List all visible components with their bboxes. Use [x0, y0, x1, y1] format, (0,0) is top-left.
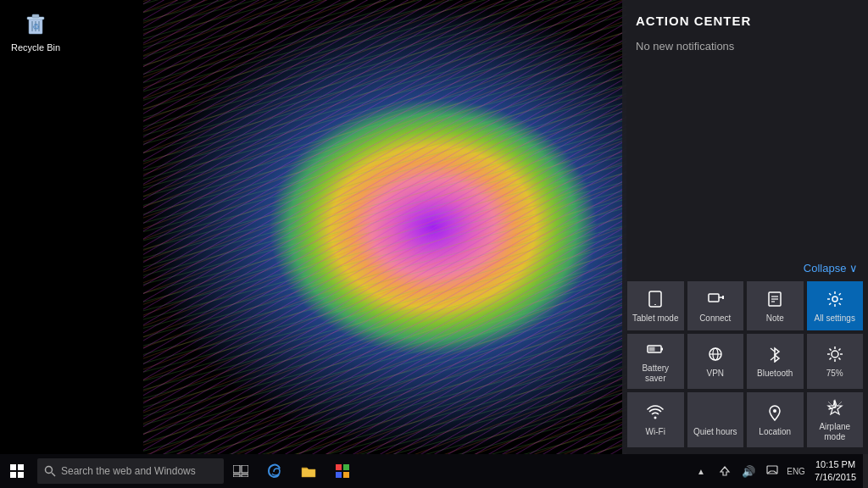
edge-icon — [267, 463, 282, 479]
svg-rect-44 — [233, 474, 240, 477]
store-icon — [335, 463, 350, 479]
clock-date: 7/16/2015 — [815, 471, 856, 484]
svg-rect-49 — [343, 472, 349, 478]
svg-rect-19 — [649, 347, 655, 352]
svg-rect-47 — [343, 464, 349, 470]
svg-line-33 — [829, 358, 831, 359]
svg-line-30 — [829, 349, 831, 351]
network-icon[interactable] — [713, 454, 737, 488]
quick-action-tablet-mode[interactable]: Tablet mode — [627, 281, 684, 330]
svg-line-41 — [52, 473, 55, 476]
quick-action-vpn[interactable]: VPN — [687, 334, 744, 389]
svg-rect-43 — [242, 465, 248, 473]
airplane-icon — [826, 399, 843, 419]
svg-rect-48 — [336, 472, 342, 478]
svg-point-35 — [773, 409, 776, 413]
brightness-label: 75% — [826, 369, 843, 379]
quick-action-quiet-hours[interactable]: Quiet hours — [687, 392, 744, 447]
search-bar[interactable] — [37, 458, 224, 484]
quick-action-location[interactable]: Location — [747, 392, 804, 447]
svg-rect-36 — [10, 464, 16, 470]
task-view-button[interactable] — [224, 454, 258, 488]
battery-saver-label: Battery saver — [631, 363, 681, 384]
svg-line-32 — [838, 349, 840, 351]
tablet-mode-label: Tablet mode — [632, 313, 678, 324]
file-explorer-icon — [301, 464, 316, 478]
quick-actions-grid: Tablet modeConnectNoteAll settingsBatter… — [622, 281, 868, 454]
bluetooth-label: Bluetooth — [757, 369, 793, 379]
collapse-label: Collapse ∨ — [804, 262, 858, 274]
airplane-label: Airplane mode — [810, 422, 860, 442]
wifi-label: Wi-Fi — [646, 427, 665, 437]
svg-point-34 — [654, 417, 657, 419]
clock-time: 10:15 PM — [815, 458, 855, 471]
svg-point-16 — [832, 297, 837, 302]
search-input[interactable] — [61, 465, 217, 477]
volume-icon[interactable]: 🔊 — [737, 454, 760, 488]
quick-action-brightness[interactable]: 75% — [807, 334, 864, 389]
connect-label: Connect — [699, 313, 731, 324]
message-icon — [766, 465, 778, 477]
svg-rect-38 — [10, 472, 16, 478]
svg-rect-39 — [18, 472, 24, 478]
notifications-area: No new notifications — [622, 36, 868, 255]
ime-icon[interactable]: ENG — [784, 454, 808, 488]
note-label: Note — [766, 313, 784, 324]
clock[interactable]: 10:15 PM 7/16/2015 — [808, 454, 863, 488]
quick-action-wifi[interactable]: Wi-Fi — [627, 392, 684, 447]
connect-icon — [707, 291, 724, 310]
svg-rect-2 — [32, 14, 39, 18]
all-settings-label: All settings — [815, 313, 855, 324]
svg-line-31 — [838, 358, 840, 359]
svg-rect-42 — [233, 465, 240, 473]
vpn-label: VPN — [706, 369, 724, 379]
quick-action-all-settings[interactable]: All settings — [807, 281, 864, 330]
svg-point-25 — [832, 351, 838, 358]
battery-saver-icon — [647, 341, 664, 360]
quiet-hours-label: Quiet hours — [693, 427, 737, 437]
svg-rect-37 — [18, 464, 24, 470]
collapse-button[interactable]: Collapse ∨ — [622, 255, 868, 281]
taskbar: ▲ 🔊 ENG 10:15 PM 7/16/2015 — [0, 454, 868, 488]
store-button[interactable] — [326, 454, 359, 488]
svg-rect-11 — [722, 296, 724, 299]
svg-rect-45 — [242, 474, 248, 477]
svg-point-40 — [46, 467, 53, 474]
action-center-tray-icon[interactable] — [760, 454, 784, 488]
svg-text:♻: ♻ — [32, 22, 40, 31]
task-view-icon — [233, 465, 248, 477]
no-notifications-text: No new notifications — [636, 40, 854, 53]
action-center-panel: ACTION CENTER No new notifications Colla… — [622, 0, 868, 454]
quiet-hours-icon — [707, 404, 724, 424]
all-settings-icon — [826, 291, 843, 310]
tablet-mode-icon — [647, 291, 664, 310]
file-explorer-button[interactable] — [292, 454, 326, 488]
note-icon — [766, 291, 783, 310]
recycle-bin-icon[interactable]: ♻ Recycle Bin — [10, 8, 61, 53]
start-button[interactable] — [0, 454, 34, 488]
svg-marker-50 — [721, 467, 729, 475]
system-tray: ▲ 🔊 ENG 10:15 PM 7/16/2015 — [689, 454, 868, 488]
quick-action-airplane[interactable]: Airplane mode — [807, 392, 864, 447]
recycle-bin-image: ♻ — [20, 8, 51, 39]
edge-browser-button[interactable] — [258, 454, 292, 488]
action-center-title: ACTION CENTER — [622, 0, 868, 36]
svg-rect-18 — [661, 348, 663, 351]
location-label: Location — [759, 427, 791, 437]
wifi-icon — [647, 404, 664, 424]
recycle-bin-label: Recycle Bin — [11, 42, 60, 53]
quick-action-connect[interactable]: Connect — [687, 281, 744, 330]
vpn-icon — [707, 346, 724, 365]
show-desktop-button[interactable] — [863, 454, 868, 488]
search-icon — [44, 465, 56, 477]
bluetooth-icon — [766, 346, 783, 365]
tray-chevron[interactable]: ▲ — [689, 454, 713, 488]
svg-rect-46 — [336, 464, 342, 470]
quick-action-bluetooth[interactable]: Bluetooth — [747, 334, 804, 389]
wallpaper — [143, 0, 626, 454]
quick-action-note[interactable]: Note — [747, 281, 804, 330]
network-tray-icon — [719, 465, 731, 477]
brightness-icon — [826, 346, 843, 365]
svg-rect-9 — [709, 294, 719, 302]
quick-action-battery-saver[interactable]: Battery saver — [627, 334, 684, 389]
